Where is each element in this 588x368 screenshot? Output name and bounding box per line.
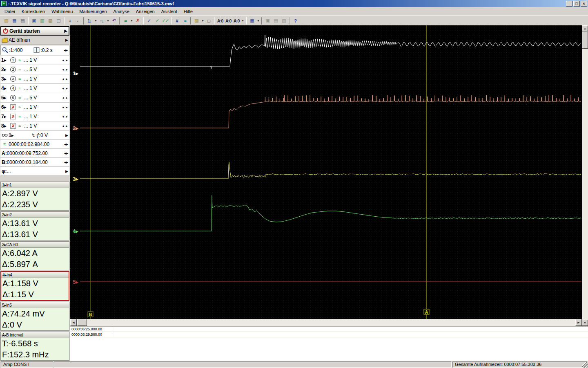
scroll-down-icon[interactable]: ▼ [582, 320, 588, 326]
sort-one-icon[interactable]: 1↓ [85, 17, 94, 25]
plot-area[interactable]: 1▸2▸3▸4▸5▸BA [70, 25, 582, 319]
channel-spin-right-icon[interactable]: ▸ [65, 67, 69, 72]
menu-anzeigen[interactable]: Anzeigen [133, 8, 158, 15]
menu-datei[interactable]: Datei [1, 8, 18, 15]
channel-range-value[interactable]: ... 5 V [22, 95, 61, 101]
menu-asistent[interactable]: Asistent [158, 8, 180, 15]
phase-value[interactable]: ... [7, 168, 11, 174]
wave-view-icon[interactable]: ≈ [121, 17, 129, 25]
measure-panel-title[interactable]: 4▸in4 [1, 272, 69, 278]
measure-panel-title[interactable]: A-B interval [1, 332, 69, 338]
vertical-scroll-thumb[interactable] [582, 31, 588, 49]
copy-image-icon[interactable]: ▣ [30, 17, 38, 25]
table-icon[interactable]: ▦ [248, 17, 256, 25]
disabled-close-icon[interactable]: ▧ [280, 17, 288, 25]
open-project-menu-icon[interactable]: ▾ [200, 17, 205, 25]
channel-enabled-icon[interactable]: 3 [10, 76, 16, 82]
measure-panel-title[interactable]: 5▸in5 [1, 302, 69, 308]
channel-spin-right-icon[interactable]: ▸ [65, 114, 69, 119]
channel-enabled-icon[interactable]: 1 [10, 57, 16, 63]
menu-analyse[interactable]: Analyse [110, 8, 133, 15]
disabled-copy-icon[interactable]: ▣ [263, 17, 272, 25]
menu-korrekturen[interactable]: Korrekturen [18, 8, 48, 15]
maximize-button[interactable]: □ [573, 1, 580, 7]
delete-marker-icon[interactable]: ✗ [134, 17, 142, 25]
channel-spin-right-icon[interactable]: ▸ [65, 105, 69, 109]
channel-spin-right-icon[interactable]: ▸ [65, 86, 69, 90]
timebase-adjust-buttons[interactable]: ◂▸ [64, 48, 68, 52]
measure-panel-title[interactable]: 2▸in2 [1, 212, 69, 218]
channel-range-value[interactable]: ... 1 V [22, 85, 61, 91]
channel-range-value[interactable]: ... 1 V [22, 104, 61, 110]
marker-abo-1-icon[interactable]: A·0 [216, 17, 224, 25]
grid-icon[interactable]: # [173, 17, 181, 25]
check-blue-icon[interactable]: ✓ [145, 17, 153, 25]
measure-panel-title[interactable]: 3▸CA-60 [1, 242, 69, 248]
channel-range-value[interactable]: ... 1 V [22, 123, 61, 129]
paste-icon[interactable]: ▧ [46, 17, 54, 25]
start-device-button[interactable]: Gerät starten ▶ [0, 26, 69, 36]
print-icon[interactable]: ▤ [18, 17, 27, 25]
crosshair-icon[interactable]: + [66, 17, 74, 25]
measure-panel-2[interactable]: 2▸in2A:13.61 VΔ:13.61 V [0, 211, 69, 240]
open-project-icon[interactable]: ▨ [192, 17, 200, 25]
trigger-level-value[interactable]: :0 V [39, 132, 48, 138]
vertical-scrollbar[interactable]: ▲ ▼ [582, 25, 588, 326]
disabled-doc-icon[interactable]: ▤ [272, 17, 280, 25]
marker-a-adjust-buttons[interactable]: ◂▸ [64, 151, 68, 155]
signal-icon[interactable]: ≈ [181, 17, 189, 25]
channel-spin-right-icon[interactable]: ▸ [65, 96, 69, 100]
measure-panel-title[interactable]: 1▸in1 [1, 182, 69, 188]
channel-enabled-icon[interactable]: 4 [10, 85, 16, 91]
open-file-icon[interactable]: ▨ [2, 17, 10, 25]
marker-abo-2-icon[interactable]: A·0 [224, 17, 232, 25]
sort-two-icon[interactable]: ↑↓ [98, 17, 106, 25]
undo-icon[interactable]: ↶ [110, 17, 118, 25]
scroll-up-icon[interactable]: ▲ [582, 25, 588, 31]
sort-two-menu-icon[interactable]: ▾ [106, 17, 110, 25]
measure-panel-5[interactable]: 5▸in5A:74.24 mVΔ:0 V [0, 302, 69, 331]
waveform-plot[interactable]: 1▸2▸3▸4▸5▸BA [70, 25, 582, 319]
channel-spin-left-icon[interactable]: ◂ [61, 124, 65, 128]
measure-panel-3[interactable]: 3▸CA-60A:6.042 AΔ:5.897 A [0, 241, 69, 270]
channel-spin-left-icon[interactable]: ◂ [61, 58, 65, 62]
trigger-menu-arrow-icon[interactable]: ▶ [65, 133, 68, 137]
channel-range-value[interactable]: ... 1 V [22, 76, 61, 82]
channel-spin-left-icon[interactable]: ◂ [61, 96, 65, 100]
clip-icon[interactable]: ▢ [54, 17, 62, 25]
channel-enabled-icon[interactable]: 5 [10, 95, 16, 101]
menu-wahlmen[interactable]: Wahlmenü [48, 8, 76, 15]
channel-spin-right-icon[interactable]: ▸ [65, 77, 69, 81]
cursor-time-value[interactable]: 0000:00:02.984.00 [9, 141, 49, 147]
channel-disabled-icon[interactable]: ✗ [10, 104, 16, 110]
channel-spin-left-icon[interactable]: ◂ [61, 86, 65, 90]
channel-spin-left-icon[interactable]: ◂ [61, 114, 65, 119]
channel-disabled-icon[interactable]: ✗ [10, 123, 16, 129]
channel-enabled-icon[interactable]: 2 [10, 67, 16, 72]
zoom-ratio-value[interactable]: :1:400 [9, 47, 22, 53]
channel-disabled-icon[interactable]: ✗ [10, 114, 16, 119]
marker-b-adjust-buttons[interactable]: ◂▸ [64, 160, 68, 164]
save-icon[interactable]: ▦ [10, 17, 18, 25]
channel-spin-right-icon[interactable]: ▸ [65, 124, 69, 128]
ae-menu-arrow-icon[interactable]: ▶ [65, 38, 68, 42]
table-menu-icon[interactable]: ▾ [256, 17, 260, 25]
channel-range-value[interactable]: ... 1 V [22, 57, 61, 63]
open-ae-button[interactable]: AE öffnen ▶ [0, 36, 69, 45]
help-icon[interactable]: ? [291, 17, 299, 25]
horizontal-scrollbar[interactable]: ◀ ▶ [70, 319, 582, 326]
trigger-channel-label[interactable]: 1▸ [9, 132, 14, 138]
marker-abo-3-icon[interactable]: A·0 [232, 17, 241, 25]
start-menu-arrow-icon[interactable]: ▶ [64, 29, 67, 33]
scroll-right-icon[interactable]: ▶ [575, 319, 582, 326]
wave-view-menu-icon[interactable]: ▾ [129, 17, 134, 25]
sort-one-menu-icon[interactable]: ▾ [94, 17, 98, 25]
marker-menu-icon[interactable]: ▾ [241, 17, 245, 25]
timebase-value[interactable]: :0.2 s [40, 47, 52, 53]
minimize-button[interactable]: _ [566, 1, 572, 7]
menu-hilfe[interactable]: Hilfe [180, 8, 196, 15]
channel-range-value[interactable]: ... 5 V [22, 67, 61, 72]
channel-spin-left-icon[interactable]: ◂ [61, 77, 65, 81]
phase-menu-arrow-icon[interactable]: ▶ [65, 169, 68, 173]
scroll-left-icon[interactable]: ◀ [70, 319, 77, 326]
